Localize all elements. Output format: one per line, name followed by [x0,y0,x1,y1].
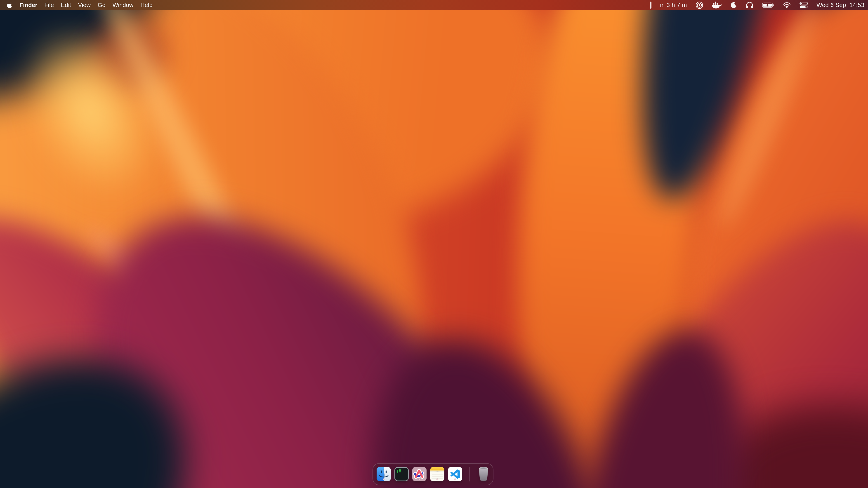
dock-item-trash[interactable] [477,464,489,482]
menu-bar-left: Finder File Edit View Go Window Help [7,2,153,8]
running-indicator [383,479,384,480]
running-indicator [436,479,438,480]
terminal-icon: $ [395,467,409,481]
clock-time: 14:53 [849,2,864,8]
dock-separator [469,467,469,482]
dock-item-terminal[interactable]: $ [395,464,409,481]
menu-item-go[interactable]: Go [98,2,105,8]
dock: $ [373,463,493,485]
1password-icon[interactable] [695,1,703,9]
menu-item-view[interactable]: View [78,2,91,8]
menu-item-edit[interactable]: Edit [61,2,71,8]
apple-menu[interactable] [7,2,12,8]
menu-item-help[interactable]: Help [141,2,152,8]
menu-bar-status-area: in 3 h 7 m [650,1,864,9]
control-center-icon[interactable] [800,2,808,8]
running-indicator [418,479,420,480]
menu-bar: Finder File Edit View Go Window Help in … [0,0,868,10]
menu-item-file[interactable]: File [44,2,54,8]
trash-icon [477,466,489,482]
battery-charging-icon[interactable] [762,2,774,8]
timer-status-label[interactable]: in 3 h 7 m [660,2,687,8]
terminal-prompt-glyph: $ [397,469,399,473]
timer-bar-icon[interactable] [650,2,651,8]
dock-item-a-app[interactable] [412,464,427,481]
wifi-icon[interactable] [783,2,791,8]
dock-item-notes[interactable] [430,464,444,481]
clock-date: Wed 6 Sep [816,2,846,8]
headphones-icon[interactable] [746,2,753,8]
running-indicator [454,479,456,480]
menu-bar-clock[interactable]: Wed 6 Sep 14:53 [816,2,864,8]
focus-moon-icon[interactable] [730,2,737,8]
dock-item-finder[interactable] [377,464,391,481]
active-app-menu[interactable]: Finder [20,2,37,8]
desktop-wallpaper[interactable] [0,0,868,488]
apple-logo-icon [7,2,12,8]
docker-icon[interactable] [712,2,722,8]
menu-item-window[interactable]: Window [113,2,133,8]
dock-item-vscode[interactable] [448,464,462,481]
